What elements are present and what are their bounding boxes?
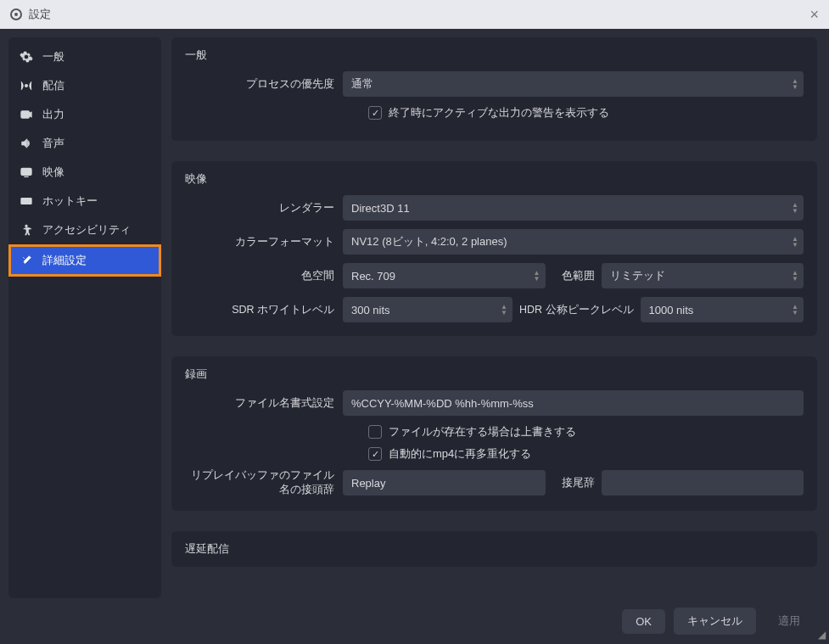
titlebar: 設定 × bbox=[0, 0, 829, 29]
section-title: 録画 bbox=[185, 367, 804, 382]
sidebar-item-video[interactable]: 映像 bbox=[8, 158, 161, 187]
app-icon bbox=[10, 8, 22, 20]
replay-suffix-label: 接尾辞 bbox=[552, 476, 595, 490]
output-icon bbox=[19, 108, 34, 121]
sidebar-item-audio[interactable]: 音声 bbox=[8, 129, 161, 158]
file-format-label: ファイル名書式設定 bbox=[185, 396, 334, 411]
warn-active-label: 終了時にアクティブな出力の警告を表示する bbox=[389, 105, 609, 120]
color-space-select[interactable]: Rec. 709▲▼ bbox=[343, 263, 546, 288]
priority-label: プロセスの優先度 bbox=[185, 77, 334, 92]
sdr-white-input[interactable]: 300 nits▲▼ bbox=[343, 297, 513, 322]
spin-icon: ▲▼ bbox=[792, 202, 798, 214]
sidebar-item-label: 映像 bbox=[42, 165, 64, 180]
spin-icon: ▲▼ bbox=[792, 270, 798, 282]
spin-icon: ▲▼ bbox=[792, 236, 798, 248]
sidebar-item-advanced[interactable]: 詳細設定 bbox=[8, 244, 161, 277]
color-space-label: 色空間 bbox=[185, 269, 334, 283]
spin-icon: ▲▼ bbox=[792, 304, 798, 316]
sidebar-item-accessibility[interactable]: アクセシビリティ bbox=[8, 216, 161, 244]
spin-icon: ▲▼ bbox=[534, 270, 541, 282]
keyboard-icon bbox=[19, 194, 34, 208]
color-range-label: 色範囲 bbox=[552, 269, 595, 283]
overwrite-checkbox[interactable] bbox=[368, 425, 382, 439]
svg-rect-1 bbox=[21, 168, 31, 175]
remux-checkbox[interactable] bbox=[368, 447, 382, 461]
sidebar-item-stream[interactable]: 配信 bbox=[8, 71, 161, 100]
sidebar-item-label: ホットキー bbox=[42, 193, 98, 209]
section-title: 遅延配信 bbox=[185, 541, 804, 557]
color-format-label: カラーフォーマット bbox=[185, 235, 334, 249]
renderer-label: レンダラー bbox=[185, 201, 334, 216]
remux-label: 自動的にmp4に再多重化する bbox=[389, 446, 531, 462]
svg-rect-3 bbox=[21, 199, 31, 204]
hdr-peak-input[interactable]: 1000 nits▲▼ bbox=[641, 297, 804, 322]
main-panel: 一般 プロセスの優先度 通常 ▲▼ 終了時にアクティブな出力の警告を表示する 映… bbox=[171, 37, 824, 598]
spin-icon: ▲▼ bbox=[792, 78, 798, 90]
sdr-white-label: SDR ホワイトレベル bbox=[185, 303, 334, 317]
sidebar-item-output[interactable]: 出力 bbox=[8, 100, 161, 129]
color-format-select[interactable]: NV12 (8ビット, 4:2:0, 2 planes)▲▼ bbox=[343, 229, 804, 255]
section-video: 映像 レンダラー Direct3D 11▲▼ カラーフォーマット NV12 (8… bbox=[171, 161, 817, 336]
ok-button[interactable]: OK bbox=[622, 609, 665, 634]
sidebar-item-label: 詳細設定 bbox=[42, 253, 87, 268]
antenna-icon bbox=[19, 79, 34, 92]
cancel-button[interactable]: キャンセル bbox=[674, 608, 756, 635]
sidebar-item-label: アクセシビリティ bbox=[42, 222, 131, 238]
section-title: 映像 bbox=[185, 171, 804, 187]
warn-active-checkbox[interactable] bbox=[368, 106, 382, 120]
window-title: 設定 bbox=[29, 7, 51, 22]
footer: OK キャンセル 適用 bbox=[0, 598, 829, 644]
sidebar-item-general[interactable]: 一般 bbox=[8, 42, 161, 71]
svg-rect-0 bbox=[21, 111, 29, 118]
speaker-icon bbox=[19, 137, 34, 150]
sidebar-item-label: 一般 bbox=[42, 49, 64, 64]
sidebar-item-label: 配信 bbox=[42, 78, 64, 93]
resize-grip-icon[interactable]: ◢ bbox=[818, 629, 826, 641]
close-icon[interactable]: × bbox=[809, 6, 819, 24]
section-recording: 録画 ファイル名書式設定 %CCYY-%MM-%DD %hh-%mm-%ss フ… bbox=[171, 356, 817, 511]
tools-icon bbox=[19, 254, 34, 267]
sidebar: 一般 配信 出力 音声 映像 ホットキー アクセシビリティ 詳細設定 bbox=[8, 37, 161, 598]
replay-prefix-label: リプレイバッファのファイル名の接頭辞 bbox=[185, 468, 334, 497]
apply-button[interactable]: 適用 bbox=[765, 608, 814, 635]
renderer-select[interactable]: Direct3D 11▲▼ bbox=[343, 195, 804, 221]
spin-icon: ▲▼ bbox=[501, 304, 507, 316]
hdr-peak-label: HDR 公称ピークレベル bbox=[519, 303, 634, 317]
replay-suffix-input[interactable] bbox=[602, 470, 804, 496]
monitor-icon bbox=[19, 165, 34, 179]
section-title: 一般 bbox=[185, 48, 804, 63]
sidebar-item-hotkeys[interactable]: ホットキー bbox=[8, 187, 161, 216]
section-delay: 遅延配信 bbox=[171, 531, 817, 567]
sidebar-item-label: 音声 bbox=[42, 136, 64, 151]
overwrite-label: ファイルが存在する場合は上書きする bbox=[389, 424, 576, 440]
replay-prefix-input[interactable]: Replay bbox=[343, 470, 546, 496]
accessibility-icon bbox=[19, 223, 34, 237]
sidebar-item-label: 出力 bbox=[42, 107, 64, 122]
gear-icon bbox=[19, 50, 34, 64]
section-general: 一般 プロセスの優先度 通常 ▲▼ 終了時にアクティブな出力の警告を表示する bbox=[171, 37, 817, 141]
color-range-select[interactable]: リミテッド▲▼ bbox=[602, 263, 804, 288]
file-format-input[interactable]: %CCYY-%MM-%DD %hh-%mm-%ss bbox=[343, 390, 804, 416]
priority-select[interactable]: 通常 ▲▼ bbox=[343, 71, 804, 97]
svg-point-8 bbox=[25, 225, 28, 227]
